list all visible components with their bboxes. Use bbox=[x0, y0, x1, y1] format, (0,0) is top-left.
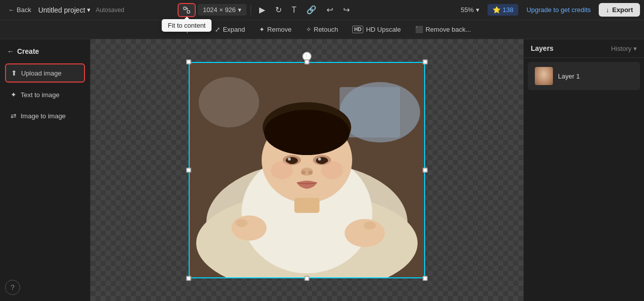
handle-bottom-left[interactable] bbox=[186, 276, 191, 281]
project-name: Untitled project bbox=[38, 6, 85, 14]
fit-button-wrapper: Fit to content bbox=[178, 3, 196, 17]
rotate-handle-icon: ↻ bbox=[305, 53, 309, 60]
credits-star-icon: ⭐ bbox=[493, 6, 501, 14]
remove-background-button[interactable]: ⬛ Remove back... bbox=[409, 23, 477, 36]
handle-middle-right[interactable] bbox=[423, 168, 428, 173]
sidebar: ← Create ⬆ Upload image ✦ Text to image … bbox=[0, 39, 91, 301]
expand-button[interactable]: ⤢ Expand bbox=[209, 23, 251, 36]
handle-middle-left[interactable] bbox=[186, 168, 191, 173]
link-button[interactable]: 🔗 bbox=[302, 3, 320, 17]
svg-point-14 bbox=[264, 110, 350, 155]
undo-button[interactable]: ↩ bbox=[323, 3, 337, 17]
project-name-area[interactable]: Untitled project ▾ bbox=[38, 6, 91, 14]
upload-image-label: Upload image bbox=[21, 69, 61, 77]
text-tool-button[interactable]: T bbox=[288, 4, 301, 17]
svg-point-24 bbox=[271, 161, 293, 179]
layer-name: Layer 1 bbox=[558, 72, 580, 80]
image-to-image-label: Image to image bbox=[21, 112, 66, 120]
topbar-center: Fit to content 1024 × 926 ▾ ▶ ↻ T 🔗 ↩ ↪ bbox=[178, 3, 354, 17]
sidebar-item-upload-image[interactable]: ⬆ Upload image bbox=[5, 63, 85, 83]
expand-icon: ⤢ bbox=[215, 26, 220, 33]
export-download-icon: ↓ bbox=[606, 6, 609, 14]
create-label: Create bbox=[17, 47, 39, 55]
svg-point-26 bbox=[231, 215, 267, 241]
layer-thumb-inner bbox=[535, 67, 553, 85]
back-button[interactable]: ← Back bbox=[4, 4, 35, 16]
upload-image-icon: ⬆ bbox=[11, 69, 17, 77]
history-tab[interactable]: History ▾ bbox=[611, 45, 637, 52]
handle-bottom-middle[interactable] bbox=[304, 276, 309, 281]
zoom-level: 55% bbox=[461, 6, 474, 14]
upscale-label: HD Upscale bbox=[366, 26, 400, 33]
zoom-chevron-icon: ▾ bbox=[476, 6, 479, 14]
handle-bottom-right[interactable] bbox=[423, 276, 428, 281]
export-label: Export bbox=[612, 6, 633, 14]
retouch-button[interactable]: ✧ Retouch bbox=[300, 23, 344, 36]
zoom-button[interactable]: 55% ▾ bbox=[457, 4, 484, 16]
svg-point-19 bbox=[288, 158, 291, 161]
remove-button[interactable]: ✦ Remove bbox=[253, 23, 297, 36]
upscale-button[interactable]: HD HD Upscale bbox=[346, 23, 407, 36]
topbar-right: 55% ▾ ⭐ 138 Upgrade to get credits ↓ Exp… bbox=[457, 3, 640, 17]
sidebar-item-image-to-image[interactable]: ⇄ Image to image bbox=[5, 107, 85, 125]
sidebar-header: ← Create bbox=[5, 45, 85, 60]
canvas-background: ↻ bbox=[91, 39, 523, 301]
svg-point-28 bbox=[235, 219, 248, 227]
layer-item[interactable]: Layer 1 bbox=[528, 62, 640, 90]
svg-point-25 bbox=[321, 161, 343, 179]
retouch-icon: ✧ bbox=[306, 26, 311, 33]
retouch-label: Retouch bbox=[314, 26, 338, 33]
back-arrow-icon: ← bbox=[8, 6, 15, 14]
svg-point-22 bbox=[301, 171, 305, 175]
project-chevron-icon: ▾ bbox=[87, 6, 91, 14]
text-to-image-label: Text to image bbox=[21, 91, 59, 99]
topbar-left: ← Back Untitled project ▾ Autosaved bbox=[4, 4, 124, 16]
upgrade-button[interactable]: Upgrade to get credits bbox=[522, 4, 595, 16]
expand-label: Expand bbox=[223, 26, 245, 33]
redo-button[interactable]: ↪ bbox=[339, 3, 354, 17]
canvas-image bbox=[189, 62, 425, 278]
baby-svg bbox=[189, 62, 425, 278]
svg-point-27 bbox=[345, 219, 385, 247]
layers-tab[interactable]: Layers bbox=[531, 44, 553, 52]
image-to-image-icon: ⇄ bbox=[11, 112, 17, 120]
right-panel-header: Layers History ▾ bbox=[524, 39, 644, 58]
handle-top-middle[interactable] bbox=[304, 59, 309, 64]
topbar: ← Back Untitled project ▾ Autosaved Fit … bbox=[0, 0, 644, 20]
credits-badge: ⭐ 138 bbox=[488, 4, 519, 16]
svg-rect-30 bbox=[294, 198, 319, 213]
right-panel: Layers History ▾ Layer 1 bbox=[523, 39, 644, 301]
fit-tooltip: Fit to content bbox=[162, 19, 212, 32]
remove-back-label: Remove back... bbox=[426, 26, 471, 33]
play-button[interactable]: ▶ bbox=[255, 3, 269, 17]
divider bbox=[251, 5, 251, 15]
autosaved-label: Autosaved bbox=[96, 7, 124, 14]
history-label: History bbox=[611, 45, 631, 52]
create-arrow-icon: ← bbox=[7, 47, 14, 55]
help-button[interactable]: ? bbox=[5, 280, 20, 295]
history-chevron-icon: ▾ bbox=[633, 45, 637, 52]
sidebar-bottom: ? bbox=[5, 280, 85, 295]
dimensions-button[interactable]: 1024 × 926 ▾ bbox=[198, 4, 246, 16]
handle-top-left[interactable] bbox=[186, 59, 191, 64]
fit-to-content-button[interactable] bbox=[178, 3, 196, 17]
toolbar: ✦ Inpaint ⤢ Expand ✦ Remove ✧ Retouch HD… bbox=[0, 20, 644, 39]
image-container[interactable]: ↻ bbox=[189, 62, 425, 278]
sidebar-item-text-to-image[interactable]: ✦ Text to image bbox=[5, 86, 85, 104]
dimensions-label: 1024 × 926 bbox=[203, 6, 235, 14]
dimensions-chevron-icon: ▾ bbox=[238, 6, 242, 14]
canvas-area[interactable]: ↻ bbox=[91, 39, 523, 301]
remove-back-icon: ⬛ bbox=[415, 26, 423, 33]
back-label: Back bbox=[17, 6, 31, 14]
svg-point-3 bbox=[199, 77, 259, 127]
export-button[interactable]: ↓ Export bbox=[599, 3, 640, 17]
remove-icon: ✦ bbox=[259, 26, 265, 33]
layer-thumbnail bbox=[535, 67, 553, 85]
main-layout: ← Create ⬆ Upload image ✦ Text to image … bbox=[0, 39, 644, 301]
handle-top-right[interactable] bbox=[423, 59, 428, 64]
text-to-image-icon: ✦ bbox=[11, 91, 17, 99]
fit-icon bbox=[183, 6, 191, 14]
rotate-button[interactable]: ↻ bbox=[271, 3, 286, 17]
baby-photo-inner bbox=[189, 62, 425, 278]
svg-point-23 bbox=[308, 171, 312, 175]
